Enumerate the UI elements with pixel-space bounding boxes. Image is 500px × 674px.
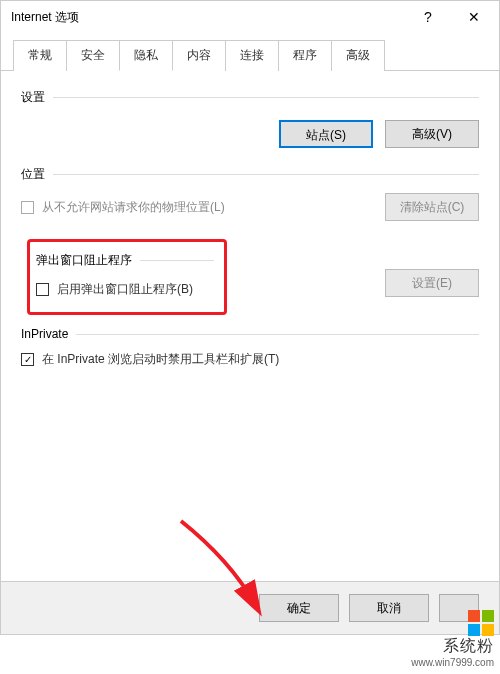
tab-content[interactable]: 内容 — [172, 40, 226, 71]
window-title: Internet 选项 — [11, 9, 405, 26]
tab-content-area: 设置 站点(S) 高级(V) 位置 从不允许网站请求你的物理位置(L) 清除站点… — [1, 71, 499, 581]
inprivate-checkbox[interactable]: ✓ — [21, 353, 34, 366]
ok-button[interactable]: 确定 — [259, 594, 339, 622]
section-settings: 设置 站点(S) 高级(V) — [21, 89, 479, 148]
section-popup-title: 弹出窗口阻止程序 — [36, 252, 132, 269]
tab-strip: 常规 安全 隐私 内容 连接 程序 高级 — [1, 33, 499, 71]
popup-blocker-checkbox[interactable] — [36, 283, 49, 296]
inprivate-checkbox-label: 在 InPrivate 浏览启动时禁用工具栏和扩展(T) — [42, 351, 279, 368]
microsoft-logo-icon — [468, 610, 494, 636]
divider — [53, 174, 479, 175]
popup-blocker-checkbox-label: 启用弹出窗口阻止程序(B) — [57, 281, 193, 298]
section-inprivate: InPrivate ✓ 在 InPrivate 浏览启动时禁用工具栏和扩展(T) — [21, 327, 479, 368]
tab-general[interactable]: 常规 — [13, 40, 67, 71]
divider — [140, 260, 214, 261]
titlebar: Internet 选项 ? ✕ — [1, 1, 499, 33]
clear-sites-button: 清除站点(C) — [385, 193, 479, 221]
section-inprivate-title: InPrivate — [21, 327, 68, 341]
advanced-button[interactable]: 高级(V) — [385, 120, 479, 148]
help-button[interactable]: ? — [405, 2, 451, 32]
tab-connections[interactable]: 连接 — [225, 40, 279, 71]
tab-security[interactable]: 安全 — [66, 40, 120, 71]
tab-privacy[interactable]: 隐私 — [119, 40, 173, 71]
annotation-highlight: 弹出窗口阻止程序 启用弹出窗口阻止程序(B) — [27, 239, 227, 315]
watermark: 系统粉 www.win7999.com — [411, 610, 494, 668]
location-checkbox-label: 从不允许网站请求你的物理位置(L) — [42, 199, 225, 216]
popup-settings-button: 设置(E) — [385, 269, 479, 297]
watermark-url: www.win7999.com — [411, 657, 494, 668]
section-location: 位置 从不允许网站请求你的物理位置(L) 清除站点(C) — [21, 166, 479, 221]
section-popup-blocker: 弹出窗口阻止程序 启用弹出窗口阻止程序(B) 设置(E) — [21, 239, 479, 303]
section-location-title: 位置 — [21, 166, 45, 183]
location-checkbox[interactable] — [21, 201, 34, 214]
tab-advanced[interactable]: 高级 — [331, 40, 385, 71]
divider — [53, 97, 479, 98]
watermark-name: 系统粉 — [411, 636, 494, 657]
sites-button[interactable]: 站点(S) — [279, 120, 373, 148]
tab-programs[interactable]: 程序 — [278, 40, 332, 71]
divider — [76, 334, 479, 335]
section-settings-title: 设置 — [21, 89, 45, 106]
internet-options-dialog: Internet 选项 ? ✕ 常规 安全 隐私 内容 连接 程序 高级 设置 … — [0, 0, 500, 635]
close-button[interactable]: ✕ — [451, 2, 497, 32]
